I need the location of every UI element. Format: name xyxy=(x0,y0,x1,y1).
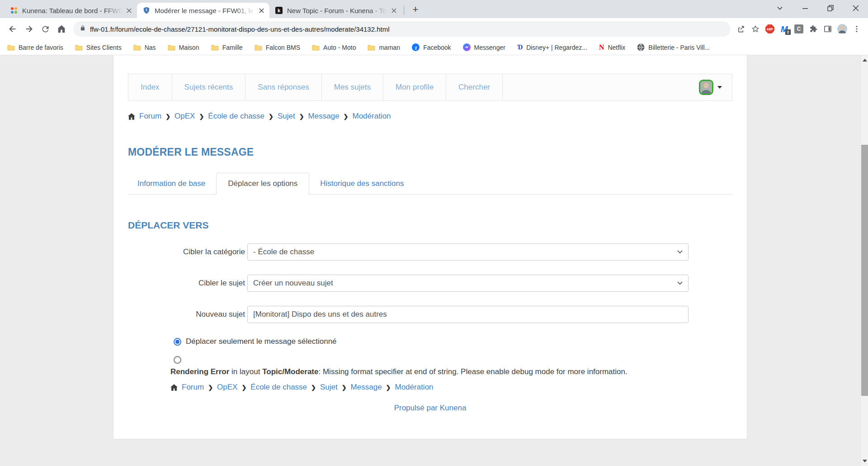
tab-deplacer-les-options[interactable]: Déplacer les options xyxy=(216,173,309,195)
breadcrumb-link-sujet[interactable]: Sujet xyxy=(320,383,338,392)
nav-item-mon-profile[interactable]: Mon profile xyxy=(383,74,446,100)
chevron-right-icon: ❯ xyxy=(165,113,170,120)
facebook-icon: f xyxy=(412,43,420,51)
tab-information-de-base[interactable]: Information de base xyxy=(128,173,215,194)
bookmark-folder[interactable]: Famille xyxy=(211,44,243,51)
bookmark-netflix[interactable]: N Netflix xyxy=(599,43,625,52)
nav-item-mes-sujets[interactable]: Mes sujets xyxy=(322,74,383,100)
powered-by-kunena-link[interactable]: Propulsé par Kunena xyxy=(394,404,467,412)
error-bold-3: Topic/Moderate xyxy=(262,367,318,376)
breadcrumb-link-sujet[interactable]: Sujet xyxy=(278,112,295,121)
close-window-button[interactable] xyxy=(853,5,859,13)
topic-select-value: Créer un nouveau sujet xyxy=(253,279,333,288)
profile-avatar[interactable] xyxy=(837,24,847,34)
chevron-right-icon: ❯ xyxy=(241,384,246,391)
nav-item-sans-reponses[interactable]: Sans réponses xyxy=(245,74,321,100)
scrollbar-up-arrow[interactable] xyxy=(861,56,868,64)
user-menu[interactable] xyxy=(699,74,732,100)
tab-search-icon[interactable] xyxy=(777,5,783,13)
breadcrumb-link-opex[interactable]: OpEX xyxy=(217,383,237,392)
bookmark-facebook[interactable]: f Facebook xyxy=(412,43,451,51)
lock-icon[interactable] xyxy=(80,25,86,33)
bookmark-messenger[interactable]: Messenger xyxy=(463,43,505,51)
back-icon[interactable] xyxy=(5,21,21,37)
browser-tab-moderer-message[interactable]: Modérer le message - FFW01, le xyxy=(137,3,269,18)
bookmark-folder[interactable]: Sites Clients xyxy=(75,44,122,51)
page-viewport: Index Sujets récents Sans réponses Mes s… xyxy=(0,55,860,466)
breadcrumb-link-message[interactable]: Message xyxy=(308,112,340,121)
footer: Propulsé par Kunena xyxy=(128,404,732,413)
close-tab-icon[interactable] xyxy=(124,6,133,15)
reload-icon[interactable] xyxy=(37,21,53,37)
home-icon[interactable] xyxy=(53,21,70,37)
adblock-plus-extension-icon[interactable]: ABP xyxy=(765,24,775,34)
c-extension-icon[interactable]: C xyxy=(794,24,804,34)
bookmark-disney-plus[interactable]: Ɗ Disney+ | Regardez... xyxy=(517,43,587,51)
restore-button[interactable] xyxy=(827,5,834,13)
browser-toolbar: ffw-01.fr/forum/ecole-de-chasse/27121-mo… xyxy=(0,18,868,40)
folder-icon xyxy=(211,44,219,51)
breadcrumb-link-message[interactable]: Message xyxy=(351,383,382,392)
address-bar[interactable]: ffw-01.fr/forum/ecole-de-chasse/27121-mo… xyxy=(73,21,731,37)
move-form: Cibler la catégorie - École de chasse Ci… xyxy=(128,243,732,323)
browser-tab-new-topic[interactable]: k New Topic - Forum - Kunena - To xyxy=(269,3,402,18)
breadcrumb-link-ecole-de-chasse[interactable]: École de chasse xyxy=(250,383,307,392)
chevron-right-icon: ❯ xyxy=(199,113,204,120)
tab-historique-des-sanctions[interactable]: Historique des sanctions xyxy=(311,173,413,194)
chevron-right-icon: ❯ xyxy=(386,384,391,391)
scrollbar-down-arrow[interactable] xyxy=(861,457,868,465)
share-icon[interactable] xyxy=(736,24,746,34)
bookmark-folder[interactable]: maman xyxy=(368,44,400,51)
bookmark-star-icon[interactable] xyxy=(750,24,760,34)
side-panel-icon[interactable] xyxy=(823,24,833,34)
chevron-right-icon: ❯ xyxy=(311,384,316,391)
section-title: DÉPLACER VERS xyxy=(128,220,732,231)
extension-badge: 2 xyxy=(785,29,791,35)
home-icon[interactable] xyxy=(128,113,135,120)
nav-item-chercher[interactable]: Chercher xyxy=(446,74,503,100)
bookmark-folder[interactable]: Nas xyxy=(133,44,156,51)
chevron-right-icon: ❯ xyxy=(342,384,347,391)
nav-item-index[interactable]: Index xyxy=(128,74,172,100)
extensions-puzzle-icon[interactable] xyxy=(808,24,818,34)
bookmark-folder[interactable]: Barre de favoris xyxy=(7,44,63,51)
bookmark-folder[interactable]: Falcon BMS xyxy=(255,44,300,51)
radio-option-2[interactable] xyxy=(174,356,732,364)
breadcrumb-link-forum[interactable]: Forum xyxy=(182,383,204,392)
scrollbar-thumb[interactable] xyxy=(861,145,868,396)
browser-menu-kebab-icon[interactable] xyxy=(852,24,862,34)
close-tab-icon[interactable] xyxy=(389,6,398,15)
bookmark-folder[interactable]: Auto - Moto xyxy=(312,44,356,51)
tab-separator xyxy=(404,6,404,15)
globe-icon xyxy=(637,43,645,51)
malwarebytes-extension-icon[interactable]: M 2 xyxy=(779,24,789,34)
radio-selected-icon[interactable] xyxy=(174,338,181,346)
page-title: MODÉRER LE MESSAGE xyxy=(128,146,732,158)
new-subject-input[interactable] xyxy=(247,306,689,323)
nav-item-sujets-recents[interactable]: Sujets récents xyxy=(172,74,246,100)
chevron-right-icon: ❯ xyxy=(344,113,349,120)
chevron-right-icon: ❯ xyxy=(299,113,304,120)
category-select[interactable]: - École de chasse xyxy=(247,243,689,261)
breadcrumb-link-ecole-de-chasse[interactable]: École de chasse xyxy=(208,112,264,121)
breadcrumb-link-forum[interactable]: Forum xyxy=(139,112,161,121)
minimize-button[interactable] xyxy=(802,5,808,13)
vertical-scrollbar[interactable] xyxy=(860,55,868,466)
topic-select[interactable]: Créer un nouveau sujet xyxy=(247,275,689,292)
breadcrumb-link-opex[interactable]: OpEX xyxy=(175,112,195,121)
browser-tab-kunena-dashboard[interactable]: Kunena: Tableau de bord - FFW0 xyxy=(5,3,137,18)
radio-move-selected-message[interactable]: Déplacer seulement le message sélectionn… xyxy=(174,337,732,346)
breadcrumb-link-moderation[interactable]: Modération xyxy=(353,112,391,121)
home-icon[interactable] xyxy=(170,384,178,391)
breadcrumb-link-moderation[interactable]: Modération xyxy=(395,383,434,392)
bookmark-folder[interactable]: Maison xyxy=(168,44,199,51)
breadcrumb-footer: Forum ❯ OpEX ❯ École de chasse ❯ Sujet ❯… xyxy=(170,383,732,392)
joomla-icon xyxy=(10,6,18,14)
folder-icon xyxy=(133,44,141,51)
nav-spacer xyxy=(503,74,699,100)
close-tab-icon[interactable] xyxy=(257,6,266,15)
radio-unselected-icon[interactable] xyxy=(174,356,181,364)
forward-icon[interactable] xyxy=(21,21,37,37)
bookmark-billetterie[interactable]: Billetterie - Paris Vill... xyxy=(637,43,710,51)
new-tab-button[interactable]: + xyxy=(409,3,422,16)
